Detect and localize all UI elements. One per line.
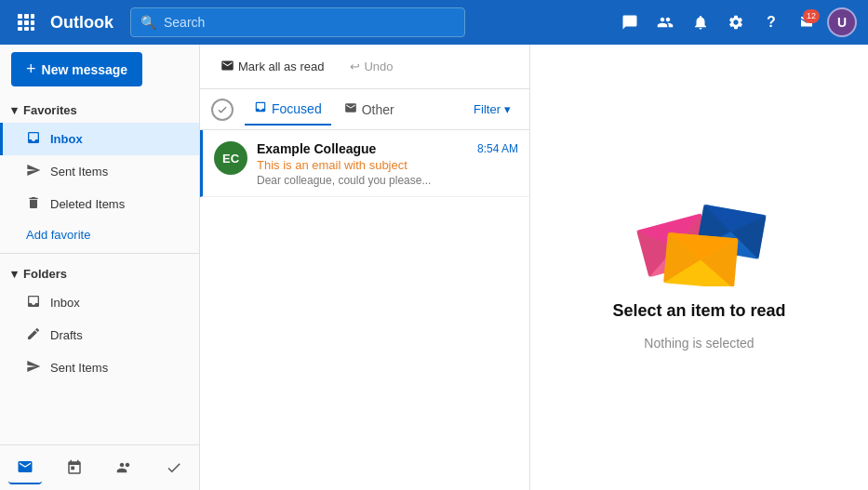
svg-rect-6 (18, 27, 22, 31)
inbox-icon-2 (26, 294, 41, 311)
teams-icon[interactable] (650, 7, 680, 37)
plus-icon: + (26, 60, 36, 79)
divider (0, 253, 199, 254)
sidebar-item-inbox-folders[interactable]: Inbox (0, 286, 199, 319)
undo-icon: ↩ (350, 60, 360, 73)
chevron-down-icon-2: ▾ (11, 267, 18, 281)
email-subject: This is an email with subject (257, 158, 518, 172)
other-tab-icon (344, 101, 357, 117)
search-icon: 🔍 (140, 15, 156, 30)
email-tabs: Focused Other Filter ▾ (200, 89, 529, 130)
sidebar-item-deleted[interactable]: Deleted Items (0, 188, 199, 220)
sidebar-item-inbox-favorites[interactable]: Inbox (0, 123, 199, 155)
email-header: Example Colleague 8:54 AM (257, 141, 518, 156)
inbox-icon (26, 130, 41, 148)
send-icon (26, 163, 41, 180)
envelope-illustration (625, 184, 774, 286)
reading-pane-title: Select an item to read (612, 301, 785, 321)
app-logo: Outlook (50, 13, 114, 33)
sidebar-item-drafts[interactable]: Drafts (0, 319, 199, 351)
folders-section[interactable]: ▾ Folders (0, 258, 199, 286)
chat-icon[interactable] (615, 7, 645, 37)
filter-button[interactable]: Filter ▾ (466, 99, 518, 120)
inbox-tab-icon (254, 100, 267, 116)
svg-rect-7 (24, 27, 29, 31)
email-toolbar: Mark all as read ↩ Undo (200, 45, 529, 89)
email-content: Example Colleague 8:54 AM This is an ema… (257, 141, 518, 187)
settings-icon[interactable] (721, 7, 751, 37)
notification-badge: 12 (803, 9, 820, 23)
sidebar-item-sent-folders[interactable]: Sent Items (0, 351, 199, 384)
select-all-checkbox[interactable] (211, 99, 234, 121)
email-preview: Dear colleague, could you please... (257, 174, 518, 187)
delete-icon (26, 195, 41, 213)
help-icon[interactable]: ? (756, 7, 786, 37)
search-input[interactable] (164, 15, 455, 30)
chevron-down-filter-icon: ▾ (504, 102, 511, 116)
email-list-area: Mark all as read ↩ Undo Focused (200, 45, 530, 490)
topbar-icons: ? 12 U (615, 7, 857, 37)
svg-rect-4 (24, 20, 29, 25)
sidebar: + New message ▾ Favorites Inbox Sent Ite… (0, 45, 200, 490)
email-sender-avatar: EC (214, 141, 247, 175)
edit-icon (26, 326, 41, 344)
mark-read-icon (220, 59, 234, 75)
mail-tab[interactable] (8, 451, 42, 484)
bell-icon[interactable] (686, 7, 715, 37)
people-tab[interactable] (108, 451, 141, 484)
svg-rect-0 (18, 14, 22, 19)
sidebar-item-sent-favorites[interactable]: Sent Items (0, 155, 199, 188)
email-item[interactable]: EC Example Colleague 8:54 AM This is an … (200, 130, 529, 197)
new-message-button[interactable]: + New message (11, 52, 142, 86)
svg-rect-5 (31, 20, 34, 25)
add-favorite-link[interactable]: Add favorite (0, 220, 199, 249)
search-bar[interactable]: 🔍 (130, 7, 465, 37)
email-sender-name: Example Colleague (257, 141, 376, 156)
reading-pane-subtitle: Nothing is selected (644, 336, 754, 351)
svg-rect-3 (18, 20, 22, 25)
svg-rect-8 (31, 27, 34, 31)
focused-tab[interactable]: Focused (245, 93, 331, 126)
chevron-down-icon: ▾ (11, 103, 18, 117)
calendar-tab[interactable] (58, 451, 91, 484)
undo-button[interactable]: ↩ Undo (341, 54, 402, 79)
svg-rect-1 (24, 14, 29, 19)
mark-all-read-button[interactable]: Mark all as read (211, 53, 333, 81)
email-time: 8:54 AM (477, 142, 518, 155)
topbar: Outlook 🔍 ? 12 U (0, 0, 868, 45)
avatar[interactable]: U (827, 7, 857, 37)
main-area: + New message ▾ Favorites Inbox Sent Ite… (0, 45, 868, 490)
send-icon-2 (26, 359, 41, 377)
notifications-icon[interactable]: 12 (792, 7, 821, 37)
sidebar-bottom-tabs (0, 444, 199, 490)
tasks-tab[interactable] (157, 451, 191, 484)
reading-pane: Select an item to read Nothing is select… (530, 45, 868, 490)
svg-rect-2 (31, 14, 34, 19)
favorites-section[interactable]: ▾ Favorites (0, 94, 199, 123)
other-tab[interactable]: Other (335, 94, 404, 125)
waffle-icon[interactable] (11, 7, 41, 37)
